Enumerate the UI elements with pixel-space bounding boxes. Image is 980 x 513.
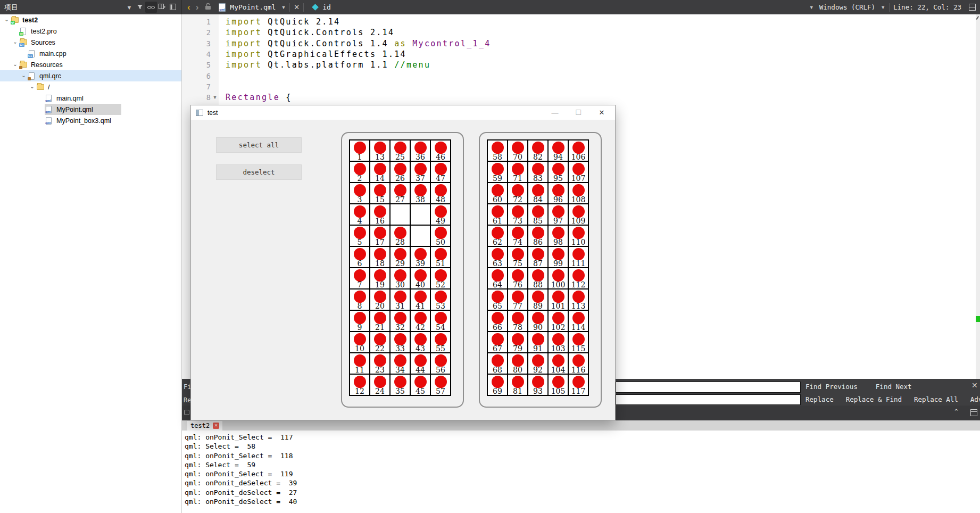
point-cell-114[interactable]: 114	[568, 310, 588, 332]
point-cell-115[interactable]: 115	[568, 332, 588, 353]
tree-item-test2-pro[interactable]: qttest2.pro	[0, 26, 181, 37]
point-cell-79[interactable]: 79	[508, 332, 528, 353]
point-cell-37[interactable]: 37	[410, 161, 430, 183]
point-cell-62[interactable]: 62	[487, 225, 508, 246]
point-cell-4[interactable]: 4	[350, 204, 370, 225]
point-cell-36[interactable]: 36	[410, 140, 430, 161]
point-cell-117[interactable]: 117	[568, 374, 588, 395]
select-all-button[interactable]: select all	[216, 137, 302, 153]
point-cell-25[interactable]: 25	[390, 140, 410, 161]
point-cell-90[interactable]: 90	[528, 310, 548, 332]
tree-item-mypoint-box3-qml[interactable]: qmlMyPoint_box3.qml	[0, 115, 181, 126]
point-cell-84[interactable]: 84	[528, 183, 548, 204]
point-cell-35[interactable]: 35	[390, 374, 410, 395]
replace-find-button[interactable]: Replace & Find	[846, 395, 902, 403]
replace-input[interactable]	[616, 394, 801, 405]
point-cell-95[interactable]: 95	[548, 161, 568, 183]
point-cell-65[interactable]: 65	[487, 289, 508, 310]
point-cell-105[interactable]: 105	[548, 374, 568, 395]
point-cell-33[interactable]: 33	[390, 332, 410, 353]
find-input[interactable]	[616, 382, 801, 393]
point-cell-78[interactable]: 78	[508, 310, 528, 332]
point-cell-112[interactable]: 112	[568, 268, 588, 289]
point-cell-12[interactable]: 12	[350, 374, 370, 395]
point-cell-13[interactable]: 13	[370, 140, 390, 161]
close-window-button[interactable]: ✕	[591, 105, 612, 120]
point-cell-58[interactable]: 58	[487, 140, 508, 161]
find-next-button[interactable]: Find Next	[876, 383, 912, 391]
split-add-icon[interactable]	[157, 4, 168, 11]
point-cell-100[interactable]: 100	[548, 268, 568, 289]
point-cell-75[interactable]: 75	[508, 246, 528, 268]
point-cell-24[interactable]: 24	[370, 374, 390, 395]
encoding-selector[interactable]: Windows (CRLF)	[819, 3, 875, 11]
collapse-pane-icon[interactable]: ⌃	[953, 408, 959, 416]
point-cell-22[interactable]: 22	[370, 332, 390, 353]
point-cell-89[interactable]: 89	[528, 289, 548, 310]
point-cell-69[interactable]: 69	[487, 374, 508, 395]
point-cell-96[interactable]: 96	[548, 183, 568, 204]
pane-window-icon[interactable]	[970, 409, 977, 416]
point-cell-99[interactable]: 99	[548, 246, 568, 268]
expand-chevron-icon[interactable]: ⌄	[2, 16, 11, 22]
point-cell-88[interactable]: 88	[528, 268, 548, 289]
point-cell-27[interactable]: 27	[390, 183, 410, 204]
point-cell-55[interactable]: 55	[430, 332, 451, 353]
point-cell-3[interactable]: 3	[350, 183, 370, 204]
sidebar-dropdown-icon[interactable]: ▼	[124, 4, 135, 11]
close-file-icon[interactable]: ✕	[294, 3, 300, 11]
tree-item-mypoint-qml[interactable]: qmlMyPoint.qml	[0, 104, 181, 115]
minimize-button[interactable]: —	[544, 105, 566, 120]
point-cell-101[interactable]: 101	[548, 289, 568, 310]
tree-item-qml-qrc[interactable]: ⌄qml.qrc	[0, 70, 181, 81]
point-cell-92[interactable]: 92	[528, 353, 548, 374]
point-cell-7[interactable]: 7	[350, 268, 370, 289]
point-cell-52[interactable]: 52	[430, 268, 451, 289]
point-cell-102[interactable]: 102	[548, 310, 568, 332]
encoding-dropdown-icon[interactable]: ▼	[881, 5, 885, 10]
point-cell-41[interactable]: 41	[410, 289, 430, 310]
point-cell-16[interactable]: 16	[370, 204, 390, 225]
point-cell-19[interactable]: 19	[370, 268, 390, 289]
fold-marker-icon[interactable]: ▼	[211, 95, 219, 100]
point-cell-76[interactable]: 76	[508, 268, 528, 289]
point-cell-23[interactable]: 23	[370, 353, 390, 374]
point-cell-98[interactable]: 98	[548, 225, 568, 246]
close-output-tab-icon[interactable]: ✕	[213, 423, 219, 429]
split-editor-icon[interactable]	[969, 4, 976, 11]
point-cell-29[interactable]: 29	[390, 246, 410, 268]
point-cell-48[interactable]: 48	[430, 183, 451, 204]
point-cell-17[interactable]: 17	[370, 225, 390, 246]
tree-item-main-qml[interactable]: qmlmain.qml	[0, 93, 181, 104]
point-cell-26[interactable]: 26	[390, 161, 410, 183]
lock-icon[interactable]	[205, 3, 211, 12]
link-icon[interactable]	[145, 2, 157, 13]
point-cell-60[interactable]: 60	[487, 183, 508, 204]
point-cell-empty[interactable]	[410, 204, 430, 225]
point-cell-38[interactable]: 38	[410, 183, 430, 204]
deselect-button[interactable]: deselect	[216, 164, 302, 180]
point-cell-111[interactable]: 111	[568, 246, 588, 268]
point-cell-empty[interactable]	[410, 225, 430, 246]
point-cell-82[interactable]: 82	[528, 140, 548, 161]
point-cell-72[interactable]: 72	[508, 183, 528, 204]
tree-item-test2[interactable]: ⌄qttest2	[0, 14, 181, 26]
point-cell-20[interactable]: 20	[370, 289, 390, 310]
point-cell-50[interactable]: 50	[430, 225, 451, 246]
point-cell-116[interactable]: 116	[568, 353, 588, 374]
point-cell-5[interactable]: 5	[350, 225, 370, 246]
point-cell-80[interactable]: 80	[508, 353, 528, 374]
expand-chevron-icon[interactable]: ⌄	[28, 84, 37, 89]
tree-item-resources[interactable]: ⌄Resources	[0, 59, 181, 70]
point-cell-56[interactable]: 56	[430, 353, 451, 374]
expand-chevron-icon[interactable]: ⌄	[11, 61, 20, 67]
point-cell-108[interactable]: 108	[568, 183, 588, 204]
expand-chevron-icon[interactable]: ⌄	[11, 39, 20, 45]
point-cell-83[interactable]: 83	[528, 161, 548, 183]
point-cell-49[interactable]: 49	[430, 204, 451, 225]
point-cell-57[interactable]: 57	[430, 374, 451, 395]
point-cell-81[interactable]: 81	[508, 374, 528, 395]
expand-chevron-icon[interactable]: ⌄	[19, 72, 28, 78]
point-cell-18[interactable]: 18	[370, 246, 390, 268]
point-cell-86[interactable]: 86	[528, 225, 548, 246]
